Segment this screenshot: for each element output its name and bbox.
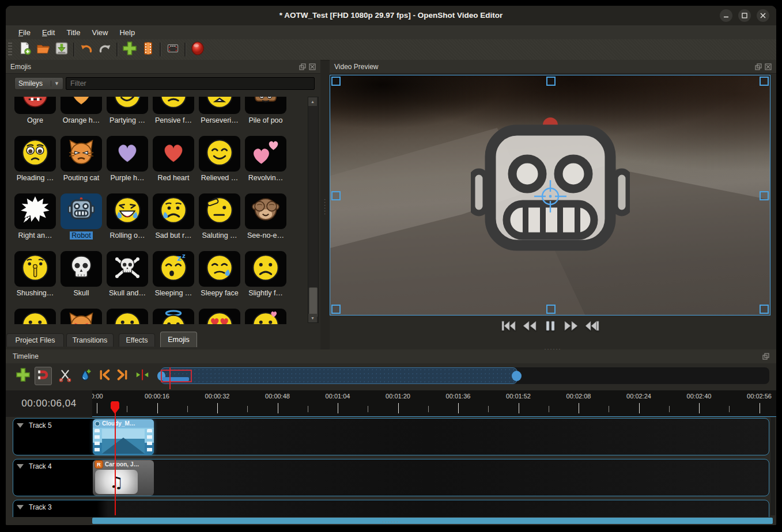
fast-forward-button[interactable] — [562, 320, 580, 335]
emoji-item-robot[interactable]: Robot — [61, 193, 102, 240]
maximize-button[interactable] — [738, 9, 751, 22]
snapping-button[interactable] — [35, 367, 52, 385]
emoji-item-sleepy-face[interactable]: Sleepy face — [199, 251, 240, 298]
chevron-down-icon[interactable] — [17, 423, 24, 428]
bottom-splitter[interactable]: ······ — [6, 519, 776, 525]
previous-marker-button[interactable] — [96, 367, 113, 385]
emoji-item-face-heart-eyes[interactable] — [199, 309, 240, 324]
scroll-down-button[interactable]: ▼ — [308, 314, 317, 322]
menu-title[interactable]: Title — [61, 26, 86, 39]
tab-transitions[interactable]: Transitions — [66, 333, 114, 347]
emoji-item-pleading[interactable]: Pleading … — [14, 136, 56, 183]
emoji-item-ogre[interactable]: Ogre — [14, 97, 56, 125]
emoji-item-orange-h[interactable]: Orange h… — [61, 97, 102, 125]
emoji-item-see-no-e[interactable]: See-no-e… — [245, 193, 286, 240]
undo-button[interactable] — [77, 41, 96, 58]
emoji-item-pouting-cat[interactable]: Pouting cat — [61, 136, 102, 183]
import-files-button[interactable] — [120, 41, 139, 58]
track-header[interactable]: Track 4 — [17, 462, 52, 470]
transform-handle-top-center[interactable] — [546, 77, 556, 86]
save-project-button[interactable] — [52, 41, 71, 58]
fullscreen-button[interactable] — [164, 41, 182, 58]
emoji-item-purple-h[interactable]: Purple h… — [107, 136, 148, 183]
scroll-up-button[interactable]: ▲ — [308, 97, 317, 106]
panel-splitter[interactable]: ······ — [322, 60, 330, 349]
track-header[interactable]: Track 3 — [17, 503, 52, 511]
transform-handle-mid-left[interactable] — [331, 191, 341, 200]
zoom-handle-right[interactable] — [512, 371, 522, 381]
emoji-item-perseveri[interactable]: Perseveri… — [199, 97, 240, 125]
add-marker-button[interactable] — [77, 367, 94, 385]
emoji-item-rolling-o[interactable]: Rolling o… — [107, 193, 148, 240]
transform-handle-mid-right[interactable] — [760, 191, 769, 200]
emoji-item-partying[interactable]: Partying … — [107, 97, 148, 125]
center-playhead-button[interactable] — [134, 367, 151, 385]
track-header[interactable]: Track 5 — [17, 421, 52, 430]
emoji-item-face-hearts[interactable] — [245, 309, 286, 324]
close-panel-icon[interactable] — [765, 63, 772, 70]
transform-handle-bottom-center[interactable] — [546, 305, 556, 314]
minimize-button[interactable] — [720, 9, 732, 22]
close-button[interactable] — [757, 9, 769, 22]
emoji-scrollbar[interactable]: ▲ ▼ — [308, 97, 319, 323]
chevron-down-icon[interactable] — [17, 464, 24, 469]
emoji-item-slightly-f[interactable]: Slightly f… — [245, 251, 286, 298]
scrollbar-thumb[interactable] — [309, 287, 318, 317]
emoji-category-select[interactable]: Smileys ▼ — [14, 77, 63, 90]
float-panel-icon[interactable] — [299, 63, 306, 70]
tab-project-files[interactable]: Project Files — [6, 333, 64, 347]
choose-profile-button[interactable] — [139, 41, 157, 58]
clip-audio[interactable]: RCartoon, J…♫ — [93, 460, 154, 496]
new-project-button[interactable] — [16, 41, 34, 58]
emoji-item-cat-smirk[interactable] — [61, 309, 102, 324]
jump-to-start-button[interactable] — [500, 320, 518, 335]
menu-file[interactable]: File — [13, 26, 36, 39]
emoji-filter-input[interactable] — [66, 77, 315, 90]
track-lane-track-4[interactable]: Track 4RCartoon, J…♫ — [13, 459, 769, 496]
clip-video[interactable]: Cloudy_M… — [93, 419, 154, 455]
tracks-vertical-scrollbar[interactable] — [770, 417, 775, 515]
export-video-button[interactable] — [188, 41, 207, 58]
open-project-button[interactable] — [34, 41, 52, 58]
transform-handle-top-right[interactable] — [760, 77, 769, 86]
transform-handle-bottom-left[interactable] — [331, 305, 341, 314]
rewind-button[interactable] — [520, 320, 539, 335]
emoji-item-skull[interactable]: Skull — [61, 251, 102, 298]
emoji-item-sleeping[interactable]: zzSleeping … — [153, 251, 194, 298]
redo-button[interactable] — [96, 41, 114, 58]
emoji-item-red-heart[interactable]: Red heart — [153, 136, 194, 183]
next-marker-button[interactable] — [114, 367, 131, 385]
menu-view[interactable]: View — [86, 26, 114, 39]
pause-button[interactable] — [541, 320, 560, 335]
emoji-item-right-an[interactable]: Right an… — [14, 193, 56, 240]
transform-handle-top-left[interactable] — [331, 77, 341, 86]
emoji-item-skull-and[interactable]: Skull and… — [107, 251, 148, 298]
menu-help[interactable]: Help — [114, 26, 141, 39]
menu-edit[interactable]: Edit — [36, 26, 61, 39]
titlebar[interactable]: * AOTW_Test [FHD 1080p 29.97 fps] - Open… — [6, 6, 776, 26]
emoji-item-sad-but-r[interactable]: Sad but r… — [153, 193, 194, 240]
track-lane-track-5[interactable]: Track 5Cloudy_M… — [13, 418, 769, 455]
transform-origin-crosshair-icon[interactable] — [532, 178, 568, 214]
emoji-item-face-smile[interactable] — [107, 309, 148, 324]
emoji-item-pile-of-poo[interactable]: Pile of poo — [245, 97, 286, 125]
video-canvas[interactable] — [330, 75, 770, 316]
track-lane-track-3[interactable]: Track 3 — [13, 500, 769, 517]
timeline-zoom-range[interactable] — [160, 367, 517, 384]
tab-effects[interactable]: Effects — [119, 333, 155, 347]
jump-to-end-button[interactable] — [583, 320, 601, 335]
emoji-item-relieved[interactable]: Relieved … — [199, 136, 240, 183]
float-panel-icon[interactable] — [762, 353, 769, 360]
emoji-item-face-smile[interactable] — [14, 309, 56, 324]
emoji-item-pensive-f[interactable]: Pensive f… — [153, 97, 194, 125]
chevron-down-icon[interactable] — [17, 505, 24, 510]
transform-handle-bottom-right[interactable] — [760, 305, 769, 314]
tab-emojis[interactable]: Emojis — [160, 332, 197, 347]
emoji-item-revolvin[interactable]: Revolvin… — [245, 136, 286, 183]
emoji-item-shushing[interactable]: Shushing… — [14, 251, 56, 298]
timeline-ruler[interactable]: 0:0000:00:1600:00:3200:00:4800:01:0400:0… — [92, 390, 776, 417]
float-panel-icon[interactable] — [755, 63, 762, 70]
razor-button[interactable] — [56, 367, 74, 385]
toolbar-grip[interactable] — [8, 43, 12, 56]
emoji-item-saluting[interactable]: Saluting … — [199, 193, 240, 240]
